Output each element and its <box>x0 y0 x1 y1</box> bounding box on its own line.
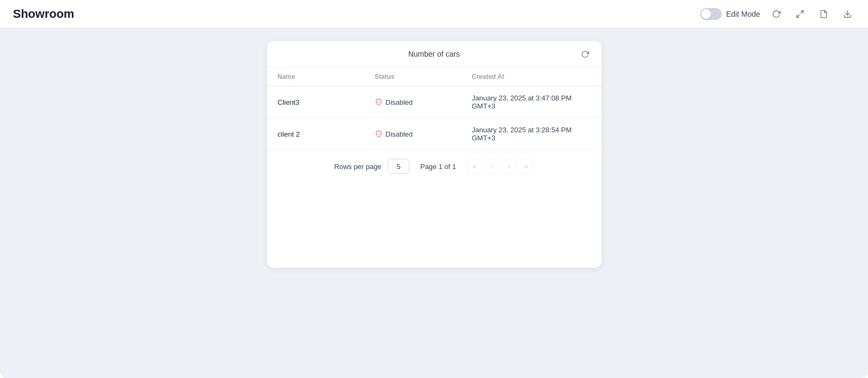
download-button[interactable] <box>840 6 855 22</box>
main-area: Number of cars Name Status Created At Cl… <box>0 28 868 378</box>
first-page-button[interactable]: « <box>467 159 482 174</box>
cell-created-at: January 23, 2025 at 3:28:54 PM GMT+3 <box>472 126 591 142</box>
card-title: Number of cars <box>408 50 460 58</box>
card-refresh-icon <box>581 50 589 58</box>
download-icon <box>843 10 852 18</box>
status-text: Disabled <box>386 98 413 106</box>
document-icon <box>819 10 828 18</box>
next-page-button[interactable]: › <box>501 159 516 174</box>
col-header-status: Status <box>375 73 472 80</box>
page-info: Page 1 of 1 <box>420 163 456 171</box>
page-nav-buttons: « ‹ › » <box>467 159 534 174</box>
refresh-icon <box>772 10 781 18</box>
edit-mode-label: Edit Mode <box>726 10 760 18</box>
app-header: Showroom Edit Mode <box>0 0 868 28</box>
col-header-name: Name <box>278 73 375 80</box>
expand-icon <box>796 10 804 18</box>
col-header-created-at: Created At <box>472 73 591 80</box>
rows-per-page-input[interactable] <box>388 159 409 174</box>
disabled-icon <box>375 98 382 106</box>
table-row: client 2 Disabled January 23, 2025 at 3:… <box>267 118 602 150</box>
disabled-icon <box>375 130 382 138</box>
cell-status: Disabled <box>375 98 472 106</box>
svg-line-1 <box>797 15 799 17</box>
prev-page-button[interactable]: ‹ <box>484 159 499 174</box>
cell-status: Disabled <box>375 130 472 138</box>
table-row: Client3 Disabled January 23, 2025 at 3:4… <box>267 86 602 118</box>
last-page-button[interactable]: » <box>518 159 534 174</box>
expand-button[interactable] <box>792 6 808 22</box>
svg-line-0 <box>801 11 803 14</box>
edit-mode-toggle[interactable] <box>700 8 722 20</box>
data-table: Name Status Created At Client3 Disabled <box>267 68 602 150</box>
card-refresh-button[interactable] <box>578 46 593 62</box>
app-title: Showroom <box>13 7 74 21</box>
toggle-knob <box>701 9 711 19</box>
data-card: Number of cars Name Status Created At Cl… <box>267 41 602 268</box>
refresh-button[interactable] <box>769 6 784 22</box>
cell-created-at: January 23, 2025 at 3:47:08 PM GMT+3 <box>472 94 591 110</box>
pagination: Rows per page Page 1 of 1 « ‹ › » <box>267 150 602 183</box>
cell-name: Client3 <box>278 98 375 106</box>
document-button[interactable] <box>816 6 831 22</box>
rows-per-page-label: Rows per page <box>334 163 381 171</box>
edit-mode-toggle-container: Edit Mode <box>700 8 760 20</box>
table-header-row: Name Status Created At <box>267 68 602 86</box>
card-header: Number of cars <box>267 41 602 68</box>
status-text: Disabled <box>386 130 413 138</box>
header-actions: Edit Mode <box>700 6 855 22</box>
cell-name: client 2 <box>278 130 375 138</box>
